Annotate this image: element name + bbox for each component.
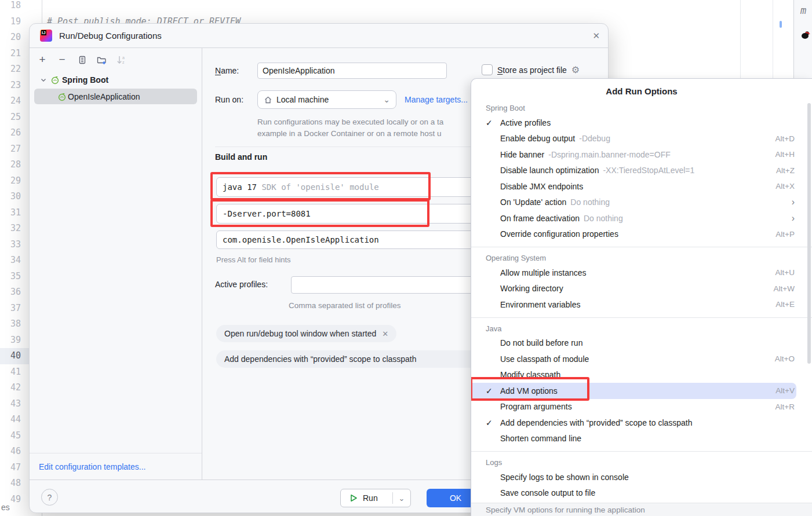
run-on-select[interactable]: Local machine ⌄ — [257, 90, 396, 109]
menu-item-label: On frame deactivation — [500, 214, 580, 223]
menu-item-disable-launch-optimization[interactable]: Disable launch optimization-XX:TieredSto… — [471, 163, 812, 179]
menu-item-modify-classpath[interactable]: Modify classpath — [471, 367, 812, 383]
menu-item-annotation: -Ddebug — [579, 134, 610, 143]
menu-item-label: Save console output to file — [500, 488, 595, 497]
menu-item-working-directory[interactable]: Working directoryAlt+W — [471, 281, 812, 297]
manage-targets-link[interactable]: Manage targets... — [405, 95, 468, 104]
menu-item-allow-multiple-instances[interactable]: Allow multiple instancesAlt+U — [471, 265, 812, 281]
line-number-37: 37 — [0, 301, 21, 317]
menu-item-annotation: Do nothing — [570, 197, 610, 207]
jre-field[interactable]: java 17 SDK of 'openisle' module — [216, 177, 505, 197]
tag-add-provided-dependencies[interactable]: Add dependencies with “provided” scope t… — [216, 350, 505, 368]
menu-item-save-console-output-to-file[interactable]: Save console output to file — [471, 485, 812, 502]
menu-item-annotation: -Dspring.main.banner-mode=OFF — [548, 150, 670, 159]
tree-item-openisleapplication[interactable]: OpenIsleApplication — [34, 89, 197, 104]
line-number-22: 22 — [0, 61, 21, 78]
tag-open-run-debug-tool-window[interactable]: Open run/debug tool window when started … — [216, 325, 396, 342]
menu-item-program-arguments[interactable]: Program argumentsAlt+R — [471, 399, 812, 415]
menu-item-label: Active profiles — [500, 118, 551, 127]
menu-item-label: Add dependencies with “provided” scope t… — [500, 418, 693, 427]
menu-divider — [471, 317, 812, 318]
spring-boot-icon — [50, 75, 60, 85]
menu-divider — [471, 247, 812, 247]
menu-item-on-frame-deactivation[interactable]: On frame deactivationDo nothing› — [471, 210, 812, 226]
vm-options-field[interactable]: -Dserver.port=8081 — [216, 204, 505, 224]
dialog-titlebar: IJ Run/Debug Configurations ✕ — [30, 24, 608, 48]
editor-gutter[interactable]: 1819202122232425262728293031323334353637… — [0, 0, 29, 516]
sort-configurations-icon[interactable]: a z — [115, 54, 127, 65]
remove-configuration-icon[interactable]: − — [56, 54, 68, 65]
line-number-24: 24 — [0, 93, 21, 109]
menu-item-label: Program arguments — [500, 402, 572, 411]
new-folder-icon[interactable] — [96, 54, 107, 65]
line-number-30: 30 — [0, 189, 21, 205]
menu-item-on-update-action[interactable]: On 'Update' actionDo nothing› — [471, 195, 812, 211]
menu-item-label: Enable debug output — [500, 134, 575, 143]
menu-item-hide-banner[interactable]: Hide banner-Dspring.main.banner-mode=OFF… — [471, 147, 812, 163]
menu-section-operating-system: Operating System — [471, 250, 812, 265]
line-number-39: 39 — [0, 332, 21, 349]
line-number-43: 43 — [0, 396, 21, 412]
home-icon — [264, 96, 272, 104]
line-number-27: 27 — [0, 141, 21, 158]
dialog-title: Run/Debug Configurations — [59, 31, 162, 41]
active-profiles-label: Active profiles: — [215, 280, 268, 289]
menu-item-specify-logs-to-be-shown-in-console[interactable]: Specify logs to be shown in console — [471, 469, 812, 485]
menu-item-shortcut: Alt+W — [774, 284, 795, 293]
line-number-21: 21 — [0, 46, 21, 62]
menu-item-label: Allow multiple instances — [500, 268, 587, 277]
line-number-38: 38 — [0, 316, 21, 332]
run-on-description: Run configurations may be executed local… — [257, 116, 443, 140]
tree-item-spring-boot[interactable]: Spring Boot — [34, 72, 197, 87]
menu-item-label: Environment variables — [500, 300, 581, 309]
active-profiles-hint: Comma separated list of profiles — [289, 301, 401, 310]
main-class-field[interactable]: com.openisle.OpenIsleApplication — [216, 230, 505, 249]
run-on-label: Run on: — [215, 95, 243, 104]
partial-code-text: m — [800, 5, 806, 16]
run-button[interactable]: Run ⌄ — [340, 489, 411, 507]
menu-item-shortcut: Alt+O — [775, 354, 795, 363]
line-number-42: 42 — [0, 380, 21, 396]
run-options-dropdown[interactable]: ⌄ — [393, 494, 410, 503]
help-button[interactable]: ? — [41, 489, 58, 506]
name-label: Name: — [215, 66, 239, 75]
edit-templates-row: Edit configuration templates... — [30, 453, 202, 480]
close-icon[interactable]: ✕ — [592, 31, 600, 41]
line-number-45: 45 — [0, 428, 21, 444]
line-number-44: 44 — [0, 412, 21, 428]
menu-item-use-classpath-of-module[interactable]: Use classpath of moduleAlt+O — [471, 351, 812, 367]
chevron-down-icon[interactable] — [39, 75, 48, 85]
name-input[interactable]: OpenIsleApplication — [257, 63, 447, 79]
popup-scrollbar[interactable] — [807, 103, 811, 364]
menu-item-enable-debug-output[interactable]: Enable debug output-DdebugAlt+D — [471, 131, 812, 147]
gear-icon[interactable]: ⚙ — [571, 64, 580, 75]
line-number-32: 32 — [0, 221, 21, 237]
store-as-project-file-checkbox[interactable] — [482, 64, 493, 75]
menu-item-environment-variables[interactable]: Environment variablesAlt+E — [471, 297, 812, 313]
submenu-arrow-icon: › — [792, 197, 795, 207]
menu-item-add-dependencies-with-provided-scope-to-classpath[interactable]: ✓Add dependencies with “provided” scope … — [471, 415, 812, 431]
line-number-41: 41 — [0, 364, 21, 380]
menu-item-disable-jmx-endpoints[interactable]: Disable JMX endpointsAlt+X — [471, 178, 812, 195]
menu-item-do-not-build-before-run[interactable]: Do not build before run — [471, 335, 812, 352]
remove-tag-icon[interactable]: ✕ — [382, 330, 388, 338]
menu-item-active-profiles[interactable]: ✓Active profiles — [471, 115, 812, 131]
intellij-logo-icon: IJ — [40, 30, 52, 42]
add-configuration-icon[interactable]: + — [37, 54, 48, 65]
run-icon — [350, 494, 358, 502]
menu-section-logs: Logs — [471, 454, 812, 469]
line-number-40: 40 — [0, 348, 21, 364]
menu-item-override-configuration-properties[interactable]: Override configuration propertiesAlt+P — [471, 226, 812, 243]
menu-item-shortcut: Alt+U — [775, 268, 795, 277]
copy-configuration-icon[interactable] — [76, 54, 88, 65]
menu-item-shorten-command-line[interactable]: Shorten command line — [471, 431, 812, 447]
popup-title: Add Run Options — [471, 79, 812, 100]
line-number-25: 25 — [0, 109, 21, 126]
tree-root-label: Spring Boot — [62, 75, 108, 85]
configurations-tree: Spring Boot OpenIsleApplication — [30, 70, 202, 104]
menu-item-add-vm-options[interactable]: ✓Add VM optionsAlt+V — [471, 383, 796, 399]
edit-configuration-templates-link[interactable]: Edit configuration templates... — [39, 462, 145, 471]
run-on-value: Local machine — [276, 95, 379, 104]
popup-menu: Spring Boot✓Active profilesEnable debug … — [471, 100, 812, 501]
bird-file-icon — [801, 31, 810, 39]
